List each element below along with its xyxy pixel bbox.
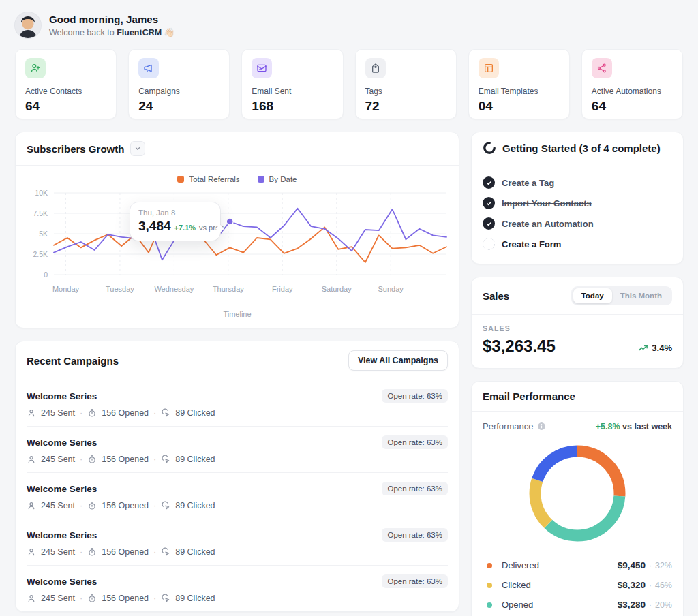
tag-icon	[365, 58, 386, 78]
stat-card-email-templates[interactable]: Email Templates 04	[468, 49, 570, 119]
recent-campaigns-title: Recent Campaigns	[27, 355, 119, 367]
envelope-icon	[252, 58, 272, 78]
sent-count: 245 Sent	[41, 408, 75, 418]
performance-delta: +5.8% vs last week	[596, 422, 672, 431]
trend-up-icon	[638, 343, 648, 353]
left-column: Subscribers Growth Total Referrals By Da…	[15, 132, 459, 616]
campaign-meta: 245 Sent·156 Opened·89 Clicked	[27, 501, 448, 510]
getting-started-list: Create a Tag Import Your Contacts Create…	[472, 164, 683, 264]
sales-delta: 3.4%	[638, 343, 672, 356]
campaign-row[interactable]: Welcome SeriesOpen rate: 63%245 Sent·156…	[27, 566, 448, 611]
stat-value: 64	[25, 99, 106, 114]
stat-label: Active Contacts	[25, 87, 106, 96]
meta-separator: ·	[80, 455, 82, 464]
cursor-click-icon	[161, 594, 170, 603]
toggle-this-month-button[interactable]: This Month	[612, 288, 670, 303]
legend-label: Opened	[502, 600, 618, 610]
email-performance-donut[interactable]	[523, 440, 632, 547]
contacts-icon	[25, 58, 46, 78]
chart-legend: Total Referrals By Date	[16, 166, 459, 185]
stat-value: 64	[592, 99, 673, 114]
info-icon[interactable]	[537, 422, 546, 431]
sales-label: SALES	[483, 324, 556, 333]
legend-amount: $9,450	[618, 560, 646, 570]
cursor-click-icon	[161, 455, 170, 464]
avatar[interactable]	[15, 12, 41, 38]
svg-text:Monday: Monday	[52, 285, 80, 293]
email-performance-title: Email Performance	[483, 390, 575, 402]
legend-percent: 46%	[655, 581, 672, 590]
stat-value: 168	[252, 99, 333, 114]
dashboard-page: Good morning, James Welcome back to Flue…	[0, 0, 698, 616]
stat-card-active-automations[interactable]: Active Automations 64	[581, 49, 683, 119]
opened-count: 156 Opened	[102, 455, 149, 464]
open-rate-badge: Open rate: 63%	[382, 482, 448, 495]
legend-amount: $8,320	[618, 580, 646, 590]
stat-value: 24	[138, 99, 219, 114]
campaign-row[interactable]: Welcome SeriesOpen rate: 63%245 Sent·156…	[27, 380, 448, 427]
svg-text:5K: 5K	[39, 230, 48, 238]
right-column: Getting Started (3 of 4 complete) Create…	[471, 132, 684, 616]
sent-count: 245 Sent	[41, 547, 75, 557]
legend-total-referrals[interactable]: Total Referrals	[177, 175, 239, 183]
stat-value: 04	[479, 99, 560, 114]
stat-card-campaigns[interactable]: Campaigns 24	[128, 49, 230, 119]
campaign-row[interactable]: Welcome SeriesOpen rate: 63%245 Sent·156…	[27, 519, 448, 566]
stat-label: Tags	[365, 87, 446, 96]
person-icon	[27, 594, 36, 603]
checklist-item-create-a-form[interactable]: Create a Form	[483, 234, 672, 254]
toggle-today-button[interactable]: Today	[573, 288, 612, 303]
email-performance-card: Email Performance Performance +5.8% vs l…	[471, 381, 684, 616]
meta-separator: ·	[80, 501, 82, 510]
checklist-item-create-a-tag[interactable]: Create a Tag	[483, 172, 672, 193]
campaign-row[interactable]: Welcome SeriesOpen rate: 63%245 Sent·156…	[27, 473, 448, 519]
campaign-row[interactable]: Welcome SeriesOpen rate: 63%245 Sent·156…	[27, 427, 448, 473]
progress-ring-icon	[483, 141, 496, 155]
legend-amount: $3,280	[618, 600, 646, 610]
tooltip-date: Thu, Jan 8	[138, 209, 212, 217]
stat-card-active-contacts[interactable]: Active Contacts 64	[15, 49, 117, 119]
stats-row: Active Contacts 64 Campaigns 24 Email Se…	[15, 49, 683, 119]
legend-by-date[interactable]: By Date	[258, 175, 297, 183]
sales-header: Sales Today This Month	[472, 277, 683, 315]
stat-label: Email Sent	[252, 87, 333, 96]
performance-label: Performance	[483, 421, 533, 431]
sent-count: 245 Sent	[41, 594, 75, 603]
meta-separator: ·	[153, 501, 156, 510]
subscribers-growth-chart[interactable]: 02.5K5K7.5K10KMondayTuesdayWednesdayThur…	[24, 186, 452, 306]
stat-card-email-sent[interactable]: Email Sent 168	[241, 49, 343, 119]
view-all-campaigns-button[interactable]: View All Campaigns	[348, 350, 448, 371]
chevron-down-icon[interactable]	[130, 141, 145, 156]
legend-row-delivered[interactable]: Delivered$9,450·32%	[483, 555, 672, 575]
tooltip-suffix: vs prev	[199, 224, 223, 232]
recent-campaigns-card: Recent Campaigns View All Campaigns Welc…	[15, 341, 459, 612]
meta-separator: ·	[153, 594, 156, 603]
legend-row-clicked[interactable]: Clicked$8,320·46%	[483, 575, 672, 595]
getting-started-title: Getting Started (3 of 4 complete)	[483, 141, 661, 155]
check-icon	[483, 217, 495, 230]
stat-label: Email Templates	[479, 87, 560, 96]
svg-text:Friday: Friday	[272, 285, 293, 293]
greeting-title: Good morning, James	[49, 14, 174, 25]
sales-card: Sales Today This Month SALES $3,263.45	[471, 277, 684, 369]
person-icon	[27, 547, 36, 557]
svg-text:Thursday: Thursday	[213, 285, 244, 293]
stopwatch-icon	[87, 408, 97, 418]
meta-separator: ·	[153, 455, 156, 464]
open-rate-badge: Open rate: 63%	[382, 528, 448, 542]
meta-separator: ·	[80, 408, 82, 418]
legend-row-opened[interactable]: Opened$3,280·20%	[483, 595, 672, 615]
meta-separator: ·	[80, 594, 82, 603]
legend-dot	[487, 602, 492, 608]
campaign-meta: 245 Sent·156 Opened·89 Clicked	[27, 408, 448, 418]
campaign-name: Welcome Series	[27, 391, 97, 401]
checklist-item-create-an-automation[interactable]: Create an Automation	[483, 213, 672, 234]
stopwatch-icon	[87, 547, 97, 557]
brand-name: FluentCRM	[117, 28, 162, 37]
clicked-count: 89 Clicked	[175, 408, 215, 418]
stat-card-tags[interactable]: Tags 72	[355, 49, 457, 119]
sales-amount: $3,263.45	[483, 337, 556, 356]
tooltip-delta: +7.1%	[174, 224, 196, 232]
open-rate-badge: Open rate: 63%	[382, 435, 448, 449]
checklist-item-import-your-contacts[interactable]: Import Your Contacts	[483, 193, 672, 213]
